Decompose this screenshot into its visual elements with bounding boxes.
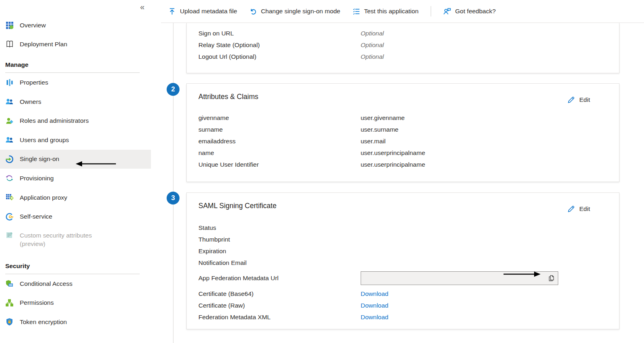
claim-value: user.givenname [361, 114, 405, 122]
sidebar-item-label: Custom security attributes (preview) [20, 231, 92, 248]
field-label: Relay State (Optional) [198, 41, 260, 49]
toolbar-label: Change single sign-on mode [261, 8, 340, 15]
people-icon [5, 97, 14, 106]
test-this-application-button[interactable]: Test this application [353, 8, 419, 15]
step-3-badge: 3 [167, 192, 180, 205]
claim-row: givenname user.givenname [187, 112, 619, 124]
card-title: SAML Signing Certificate [187, 193, 619, 210]
book-icon [5, 40, 14, 49]
sidebar-item-properties[interactable]: Properties [0, 73, 151, 92]
org-chart-icon [5, 299, 14, 307]
field-row: Sign on URL Optional [187, 27, 619, 39]
edit-label: Edit [579, 205, 590, 213]
checklist-icon [353, 8, 360, 15]
sidebar-item-deployment-plan[interactable]: Deployment Plan [0, 35, 151, 54]
shield-lock-icon [5, 318, 14, 326]
sidebar-item-permissions[interactable]: Permissions [0, 293, 151, 313]
sidebar-item-overview[interactable]: Overview [0, 16, 151, 35]
toolbar-label: Test this application [364, 8, 419, 15]
claim-row: Unique User Identifier user.userprincipa… [187, 159, 619, 170]
annotation-arrow-single-sign-on [76, 161, 116, 167]
copy-icon[interactable] [547, 274, 555, 282]
shield-list-icon [5, 279, 14, 288]
claim-row: surname user.surname [187, 124, 619, 135]
field-label: Federation Metadata XML [198, 314, 270, 321]
claim-value: user.userprincipalname [361, 149, 425, 157]
download-row: Federation Metadata XML Download [187, 311, 619, 323]
sidebar-section-header-security: Security [0, 255, 151, 274]
field-label: Sign on URL [198, 30, 234, 37]
sidebar-item-conditional-access[interactable]: Conditional Access [0, 274, 151, 293]
edit-attributes-button[interactable]: Edit [567, 96, 590, 104]
pencil-icon [567, 205, 575, 213]
field-label: App Federation Metadata Url [198, 275, 279, 282]
field-value: Optional [361, 30, 384, 37]
sidebar-item-label: Overview [20, 22, 46, 29]
grid-icon [5, 21, 14, 29]
got-feedback-button[interactable]: Got feedback? [443, 7, 496, 15]
download-certificate-base64-link[interactable]: Download [361, 290, 388, 297]
basic-saml-configuration-card: Sign on URL Optional Relay State (Option… [186, 23, 619, 73]
app-proxy-icon [5, 193, 14, 202]
change-single-sign-on-mode-button[interactable]: Change single sign-on mode [249, 8, 340, 15]
field-row: Logout Url (Optional) Optional [187, 51, 619, 62]
app-federation-metadata-url-row: App Federation Metadata Url [187, 269, 619, 288]
sidebar-collapse-chevron-icon[interactable]: « [140, 2, 144, 12]
claim-value: user.surname [361, 126, 398, 133]
sidebar-item-owners[interactable]: Owners [0, 92, 151, 112]
sidebar-item-label: Properties [20, 79, 48, 86]
download-federation-metadata-xml-link[interactable]: Download [361, 314, 388, 320]
sidebar-item-provisioning[interactable]: Provisioning [0, 169, 151, 188]
toolbar-label: Got feedback? [455, 8, 496, 15]
claim-name: emailaddress [198, 138, 235, 145]
undo-icon [249, 8, 257, 15]
sidebar: « Overview Deployment Plan Manage Proper… [0, 0, 151, 343]
upload-icon [168, 8, 176, 15]
sidebar-item-custom-security-attributes[interactable]: Custom security attributes (preview) [0, 226, 151, 255]
edit-label: Edit [579, 96, 590, 103]
sidebar-section-header-manage: Manage [0, 54, 151, 72]
field-label: Status [198, 224, 216, 231]
field-label: Thumbprint [198, 236, 230, 243]
sidebar-item-label: Owners [20, 98, 41, 105]
sidebar-nav: Overview Deployment Plan Manage Properti… [0, 16, 151, 332]
edit-certificate-button[interactable]: Edit [567, 205, 590, 213]
sidebar-item-token-encryption[interactable]: Token encryption [0, 312, 151, 332]
sidebar-item-roles-and-administrators[interactable]: Roles and administrators [0, 111, 151, 130]
sync-icon [5, 174, 14, 182]
field-label: Expiration [198, 248, 226, 255]
sidebar-item-label: Deployment Plan [20, 41, 67, 48]
people-icon [5, 136, 14, 144]
sidebar-item-label: Application proxy [20, 194, 67, 201]
claim-name: Unique User Identifier [198, 161, 259, 168]
claim-value: user.userprincipalname [361, 161, 425, 168]
sidebar-item-self-service[interactable]: Self-service [0, 207, 151, 226]
sidebar-item-label: Token encryption [20, 318, 67, 326]
step-2-badge: 2 [167, 83, 180, 96]
download-certificate-raw-link[interactable]: Download [361, 302, 388, 309]
sidebar-item-label: Permissions [20, 299, 54, 306]
cert-info-row: Notification Email [187, 257, 619, 269]
cert-info-row: Status [187, 222, 619, 233]
upload-metadata-file-button[interactable]: Upload metadata file [168, 8, 237, 15]
key-icon [5, 213, 14, 221]
sidebar-item-label: Provisioning [20, 175, 54, 182]
sidebar-item-users-and-groups[interactable]: Users and groups [0, 130, 151, 150]
sidebar-item-application-proxy[interactable]: Application proxy [0, 188, 151, 207]
attributes-and-claims-card: Attributes & Claims Edit givenname user.… [186, 83, 619, 182]
sidebar-item-label: Self-service [20, 213, 52, 220]
field-label: Logout Url (Optional) [198, 53, 256, 60]
command-bar: Upload metadata file Change single sign-… [161, 0, 644, 23]
bars-icon [5, 78, 14, 87]
claim-value: user.mail [361, 138, 386, 145]
field-label: Certificate (Raw) [198, 302, 245, 309]
sidebar-item-label: Conditional Access [20, 280, 72, 287]
toolbar-label: Upload metadata file [180, 8, 237, 15]
toolbar-divider [431, 6, 431, 17]
claim-row: emailaddress user.mail [187, 135, 619, 147]
sidebar-item-label: Users and groups [20, 136, 69, 144]
feedback-icon [443, 7, 451, 15]
field-label: Certificate (Base64) [198, 290, 254, 298]
cert-info-row: Expiration [187, 245, 619, 257]
claim-row: name user.userprincipalname [187, 147, 619, 159]
